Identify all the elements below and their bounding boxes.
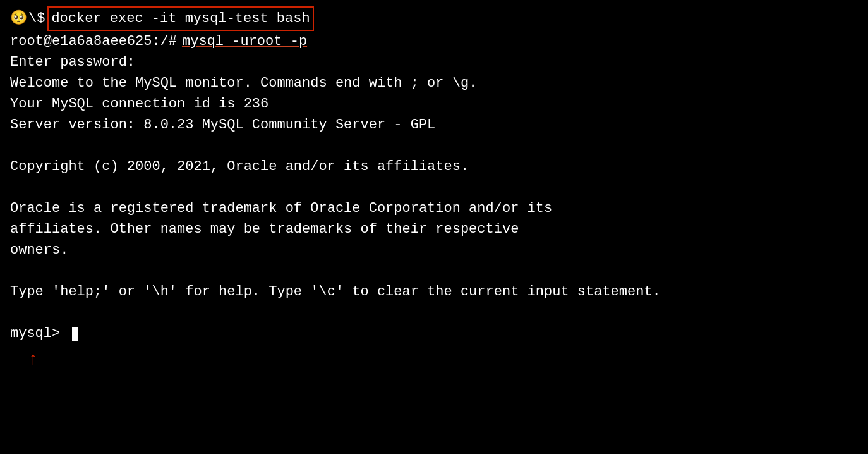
connection-id-text: Your MySQL connection id is 236: [10, 94, 268, 114]
prompt-symbol: \$: [28, 8, 45, 29]
up-arrow-icon: ↑: [28, 347, 39, 373]
welcome-text: Welcome to the MySQL monitor. Commands e…: [10, 73, 477, 94]
command-line-2: root@e1a6a8aee625:/# mysql -uroot -p: [10, 31, 858, 52]
emoji-icon: 🥺: [10, 8, 27, 29]
root-prompt: root@e1a6a8aee625:/#: [10, 31, 177, 52]
oracle-trademark-line2: affiliates. Other names may be trademark…: [10, 219, 858, 240]
copyright-line: Copyright (c) 2000, 2021, Oracle and/or …: [10, 156, 858, 177]
server-version-line: Server version: 8.0.23 MySQL Community S…: [10, 114, 858, 135]
enter-password-text: Enter password:: [10, 52, 135, 73]
blank-line-3: [10, 261, 858, 281]
welcome-line: Welcome to the MySQL monitor. Commands e…: [10, 73, 858, 94]
oracle-trademark-text2: affiliates. Other names may be trademark…: [10, 219, 519, 240]
connection-id-line: Your MySQL connection id is 236: [10, 94, 858, 114]
terminal-output: 🥺 \$ docker exec -it mysql-test bash roo…: [10, 6, 858, 373]
blank-line-4: [10, 302, 858, 323]
oracle-trademark-line3: owners.: [10, 240, 858, 261]
help-text: Type 'help;' or '\h' for help. Type '\c'…: [10, 281, 661, 302]
blank-line-1: [10, 135, 858, 156]
help-line: Type 'help;' or '\h' for help. Type '\c'…: [10, 281, 858, 302]
terminal-cursor: [72, 327, 78, 341]
arrow-annotation: ↑: [28, 347, 858, 373]
server-version-text: Server version: 8.0.23 MySQL Community S…: [10, 114, 435, 135]
oracle-trademark-line1: Oracle is a registered trademark of Orac…: [10, 198, 858, 219]
docker-command[interactable]: docker exec -it mysql-test bash: [47, 6, 313, 31]
mysql-prompt-line[interactable]: mysql>: [10, 323, 858, 344]
prompt-space: [63, 323, 71, 344]
mysql-command: mysql -uroot -p: [182, 31, 307, 52]
oracle-trademark-text1: Oracle is a registered trademark of Orac…: [10, 198, 552, 219]
command-line-1: 🥺 \$ docker exec -it mysql-test bash: [10, 6, 858, 31]
blank-line-2: [10, 177, 858, 198]
mysql-prompt-text: mysql>: [10, 323, 60, 344]
copyright-text: Copyright (c) 2000, 2021, Oracle and/or …: [10, 156, 469, 177]
enter-password-line: Enter password:: [10, 52, 858, 73]
oracle-trademark-text3: owners.: [10, 240, 68, 261]
